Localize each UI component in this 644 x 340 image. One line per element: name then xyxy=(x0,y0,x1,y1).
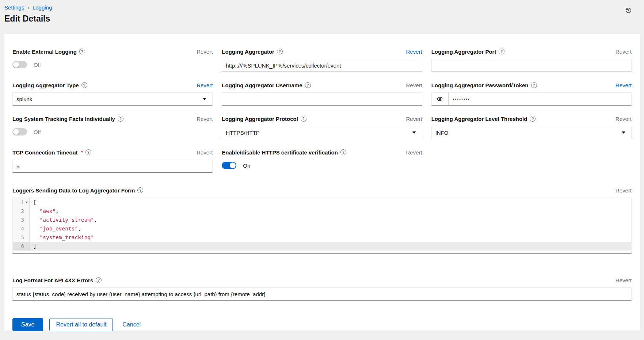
field-label: TCP Connection Timeout xyxy=(12,149,78,156)
help-icon[interactable] xyxy=(137,187,143,193)
code-line-active: 6 ] xyxy=(13,242,631,251)
enable-external-logging-toggle[interactable] xyxy=(12,61,27,68)
logging-aggregator-type-select[interactable]: splunk xyxy=(12,92,213,106)
field-logging-aggregator-type: Logging Aggregator Type Revert splunk xyxy=(12,81,213,106)
log-format-api-4xx-input[interactable] xyxy=(12,287,632,301)
field-logging-aggregator: Logging Aggregator Revert xyxy=(222,48,422,72)
logging-aggregator-password-field: •••••••• xyxy=(431,92,632,106)
revert-link[interactable]: Revert xyxy=(616,277,632,283)
field-label: Logging Aggregator Password/Token xyxy=(431,82,529,88)
field-label: Enable External Logging xyxy=(12,49,77,55)
revert-link[interactable]: Revert xyxy=(197,116,213,122)
revert-link[interactable]: Revert xyxy=(197,82,213,88)
chevron-down-icon xyxy=(203,98,206,100)
toggle-state-label: On xyxy=(243,163,250,169)
form-actions: Save Revert all to default Cancel xyxy=(12,318,632,331)
select-value: HTTPS/HTTP xyxy=(226,130,260,136)
field-logging-aggregator-level-threshold: Logging Aggregator Level Threshold Rever… xyxy=(431,115,632,139)
fold-caret-icon[interactable] xyxy=(25,202,28,203)
cancel-button[interactable]: Cancel xyxy=(120,318,143,331)
help-icon[interactable] xyxy=(118,116,123,122)
code-line: 4 "job_events", xyxy=(13,224,631,233)
chevron-down-icon xyxy=(622,131,625,134)
toggle-knob xyxy=(13,62,19,68)
tcp-connection-timeout-input[interactable] xyxy=(12,160,213,173)
field-tcp-connection-timeout: TCP Connection Timeout * Revert xyxy=(12,149,213,173)
select-value: splunk xyxy=(16,96,32,102)
field-logging-aggregator-protocol: Logging Aggregator Protocol Revert HTTPS… xyxy=(222,115,422,139)
help-icon[interactable] xyxy=(96,277,102,283)
log-system-tracking-toggle[interactable] xyxy=(12,128,27,135)
field-label: Log System Tracking Facts Individually xyxy=(12,116,115,122)
field-label: Loggers Sending Data to Log Aggregator F… xyxy=(12,187,135,194)
revert-link[interactable]: Revert xyxy=(616,82,632,88)
revert-link[interactable]: Revert xyxy=(616,187,632,194)
select-value: INFO xyxy=(435,130,449,136)
logging-aggregator-input[interactable] xyxy=(222,59,422,72)
field-logging-aggregator-port: Logging Aggregator Port Revert xyxy=(431,48,632,72)
field-label: Logging Aggregator Type xyxy=(12,82,79,88)
help-icon[interactable] xyxy=(79,49,85,54)
breadcrumb: Settings › Logging xyxy=(4,4,633,11)
help-icon[interactable] xyxy=(530,116,536,122)
help-icon[interactable] xyxy=(277,49,283,54)
breadcrumb-settings-link[interactable]: Settings xyxy=(4,4,24,11)
code-line: 3 "activity_stream", xyxy=(13,215,631,224)
field-log-format-api-4xx: Log Format For API 4XX Errors Revert xyxy=(12,276,632,301)
field-label: Logging Aggregator Protocol xyxy=(222,116,298,122)
help-icon[interactable] xyxy=(305,82,311,88)
history-icon[interactable] xyxy=(625,7,632,14)
field-log-system-tracking: Log System Tracking Facts Individually R… xyxy=(12,115,213,139)
field-label: Logging Aggregator xyxy=(222,49,274,55)
page-header: Settings › Logging Edit Details xyxy=(0,0,644,34)
help-icon[interactable] xyxy=(81,82,87,88)
revert-link[interactable]: Revert xyxy=(197,149,213,156)
toggle-state-label: Off xyxy=(34,129,41,135)
toggle-state-label: Off xyxy=(34,62,41,68)
revert-link[interactable]: Revert xyxy=(197,49,213,55)
revert-link[interactable]: Revert xyxy=(406,82,422,88)
help-icon[interactable] xyxy=(85,149,91,155)
breadcrumb-separator: › xyxy=(27,5,29,11)
required-asterisk: * xyxy=(81,149,83,155)
logging-aggregator-level-threshold-select[interactable]: INFO xyxy=(431,126,632,139)
password-masked-value: •••••••• xyxy=(449,93,470,105)
https-certificate-verification-toggle[interactable] xyxy=(222,162,236,169)
field-label: Log Format For API 4XX Errors xyxy=(12,277,93,283)
code-line: 2 "awx", xyxy=(13,207,631,215)
help-icon[interactable] xyxy=(301,116,306,122)
breadcrumb-logging-link[interactable]: Logging xyxy=(33,4,52,11)
chevron-down-icon xyxy=(412,131,416,134)
loggers-code-editor[interactable]: 1 [ 2 "awx", 3 "activity_stream", 4 "job… xyxy=(12,198,632,254)
page-title: Edit Details xyxy=(4,14,633,24)
field-https-certificate-verification: Enable/disable HTTPS certificate verific… xyxy=(222,149,422,173)
revert-link[interactable]: Revert xyxy=(616,116,632,122)
field-label: Logging Aggregator Level Threshold xyxy=(431,116,527,122)
field-logging-aggregator-password: Logging Aggregator Password/Token Revert xyxy=(431,81,632,106)
logging-aggregator-username-input[interactable] xyxy=(222,92,422,106)
field-loggers-sending-data: Loggers Sending Data to Log Aggregator F… xyxy=(12,187,632,254)
field-logging-aggregator-username: Logging Aggregator Username Revert xyxy=(222,81,422,106)
code-line: 5 "system_tracking" xyxy=(13,233,631,242)
eye-slash-icon xyxy=(437,96,443,102)
logging-aggregator-port-input[interactable] xyxy=(431,59,632,72)
save-button[interactable]: Save xyxy=(12,318,43,331)
logging-aggregator-protocol-select[interactable]: HTTPS/HTTP xyxy=(222,126,422,139)
revert-all-button[interactable]: Revert all to default xyxy=(49,318,113,331)
revert-link[interactable]: Revert xyxy=(406,149,422,156)
toggle-knob xyxy=(230,163,236,168)
toggle-knob xyxy=(13,129,19,135)
settings-form-card: Enable External Logging Revert Off Loggi… xyxy=(4,34,640,331)
password-reveal-button[interactable] xyxy=(432,93,449,105)
revert-link[interactable]: Revert xyxy=(616,49,632,55)
help-icon[interactable] xyxy=(531,82,537,88)
revert-link[interactable]: Revert xyxy=(406,116,422,122)
field-label: Enable/disable HTTPS certificate verific… xyxy=(222,149,338,156)
form-grid: Enable External Logging Revert Off Loggi… xyxy=(12,48,632,173)
code-line: 1 [ xyxy=(13,198,631,207)
help-icon[interactable] xyxy=(499,49,504,54)
help-icon[interactable] xyxy=(340,149,346,155)
field-label: Logging Aggregator Username xyxy=(222,82,302,88)
revert-link[interactable]: Revert xyxy=(406,49,422,55)
field-label: Logging Aggregator Port xyxy=(431,49,496,55)
